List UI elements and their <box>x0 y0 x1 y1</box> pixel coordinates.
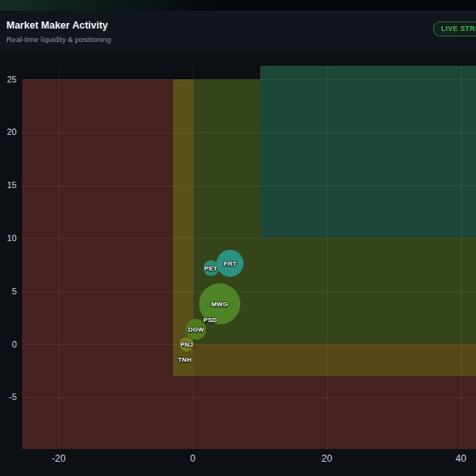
y-axis-tick-label: 15 <box>0 180 17 190</box>
x-axis-tick-label: 0 <box>177 453 209 464</box>
data-point-label-psd: PSD <box>203 317 217 324</box>
y-gridline-0 <box>22 344 476 345</box>
page-title: Market Maker Activity <box>6 20 108 31</box>
y-axis-tick-label: 20 <box>0 127 17 136</box>
x-axis-tick-label: -20 <box>43 453 75 464</box>
y-gridline-20 <box>22 132 476 133</box>
live-stream-badge: LIVE STREAM <box>433 21 476 36</box>
y-axis-tick-label: 5 <box>0 286 17 296</box>
previous-card-edge <box>0 0 476 11</box>
data-point-label-pnj: PNJ <box>180 341 193 348</box>
x-gridline--20 <box>59 66 60 449</box>
region-avoid-bottom-zone <box>173 376 476 449</box>
x-axis-tick-label: 20 <box>311 453 343 464</box>
y-gridline-15 <box>22 186 476 186</box>
y-axis-tick-label: 10 <box>0 233 17 243</box>
bubble-chart: 2520151050-5-2002040MWGFRTPETDGWPNJPSDTN… <box>0 52 476 476</box>
data-point-label-dgw: DGW <box>188 326 204 333</box>
x-gridline-20 <box>327 66 328 449</box>
y-gridline-5 <box>22 291 476 292</box>
y-axis-tick-label: 0 <box>0 340 17 349</box>
data-point-label-frt: FRT <box>224 260 236 267</box>
region-caution-horizontal-band <box>193 344 476 376</box>
y-gridline--5 <box>22 397 476 398</box>
y-axis-tick-label: 25 <box>0 75 17 84</box>
region-leader-zone <box>260 66 476 239</box>
market-maker-activity-card: Market Maker Activity Real-time liquidit… <box>0 0 476 476</box>
y-axis-tick-label: -5 <box>0 392 17 401</box>
x-gridline-40 <box>461 66 462 449</box>
region-avoid-left-zone <box>22 79 172 449</box>
card-header: Market Maker Activity Real-time liquidit… <box>0 10 476 53</box>
data-point-label-mwg: MWG <box>211 301 228 308</box>
y-gridline-10 <box>22 238 476 239</box>
x-gridline-0 <box>193 66 194 449</box>
x-axis-tick-label: 40 <box>445 453 476 464</box>
data-point-label-tnh: TNH <box>178 355 191 363</box>
page-subtitle: Real-time liquidity & positioning <box>6 35 111 44</box>
y-gridline-25 <box>22 79 476 80</box>
data-point-label-pet: PET <box>205 264 217 271</box>
